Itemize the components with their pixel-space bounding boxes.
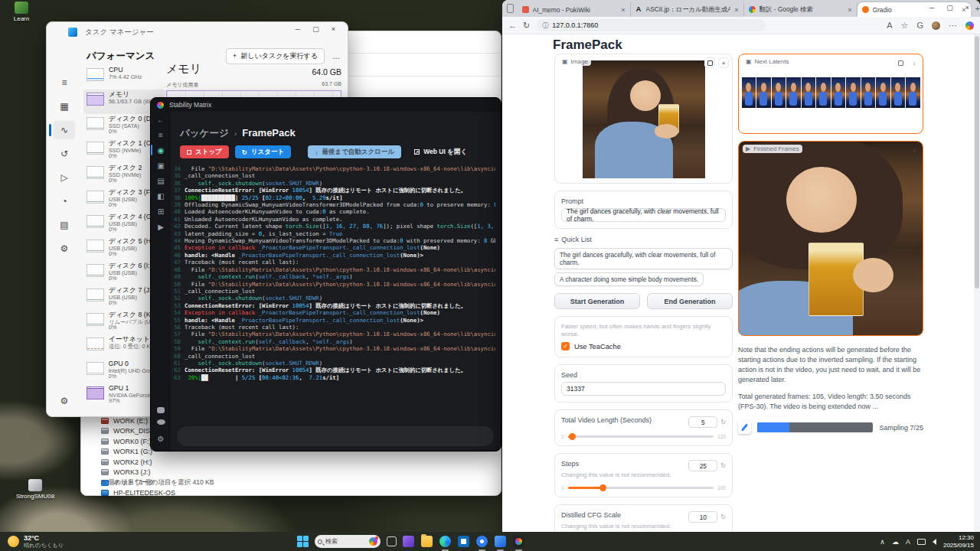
more-menu-icon[interactable]: ⋯ <box>949 21 957 31</box>
stability-nav-icon[interactable]: ≡ <box>151 127 171 142</box>
discord-icon[interactable] <box>157 419 165 425</box>
quick-list-chip[interactable]: The girl dances gracefully, with clear m… <box>554 248 733 269</box>
maximize-icon[interactable]: ▢ <box>946 4 953 11</box>
stability-nav-icon[interactable]: ▤ <box>151 173 171 188</box>
stability-nav-icon[interactable]: ◧ <box>151 188 171 204</box>
taskmgr-titlebar[interactable]: タスク マネージャー ─ ▢ × <box>47 22 348 42</box>
bluewin-taskbar-icon[interactable] <box>495 536 506 547</box>
stop-button[interactable]: ストップ <box>180 145 229 158</box>
teacache-checkbox[interactable]: ✓ <box>561 342 570 350</box>
minimize-icon[interactable]: ─ <box>929 4 934 11</box>
speaker-icon[interactable] <box>933 539 936 545</box>
slider-track[interactable] <box>568 487 714 489</box>
browser-tab[interactable]: AASCII.jp：ローカル動画生成AIの本...× <box>631 2 744 17</box>
tab-close-icon[interactable]: × <box>734 6 738 14</box>
page-scrollbar[interactable] <box>974 34 980 532</box>
new-tab-icon[interactable]: + <box>975 4 980 13</box>
browser-tab[interactable]: AI_memo - PukiWiki× <box>518 2 631 17</box>
tab-close-icon[interactable]: × <box>621 6 625 14</box>
minimize-icon[interactable]: ─ <box>296 25 300 33</box>
read-aloud-icon[interactable]: A <box>887 21 892 30</box>
console-log[interactable]: 34 File "D:\StabilityMatrix\Data\Assets\… <box>174 165 495 425</box>
favorites-star-icon[interactable]: ☆ <box>901 21 909 31</box>
tab-actions-icon[interactable] <box>507 4 514 13</box>
store-taskbar-icon[interactable] <box>458 536 469 547</box>
site-info-icon[interactable]: ⓘ <box>542 21 548 30</box>
task-view-icon[interactable] <box>387 536 397 546</box>
taskbar-search[interactable]: 検索 <box>315 535 381 548</box>
fullscreen-button[interactable] <box>895 57 906 68</box>
explorer-tree-item[interactable]: HP-ELITEDESK-OS <box>101 488 270 499</box>
maximize-icon[interactable]: ▢ <box>312 25 319 33</box>
autoscroll-toggle[interactable]: ↓ 最後まで自動スクロール <box>308 145 401 158</box>
seed-input[interactable]: 31337 <box>561 382 726 396</box>
close-icon[interactable]: × <box>965 4 969 11</box>
purple-taskbar-icon[interactable] <box>403 536 414 547</box>
stability-nav-icon[interactable]: ◉ <box>151 142 171 158</box>
quick-list-chip[interactable]: A character doing some simple body movem… <box>554 272 704 286</box>
download-icon[interactable]: ↓ <box>909 145 920 155</box>
extension-icon[interactable]: G <box>916 21 923 30</box>
taskmgr-nav-icon[interactable]: ▷ <box>54 168 75 187</box>
image-upload-block[interactable]: ▣Image × <box>554 54 733 184</box>
taskmgr-nav-icon[interactable]: ∿ <box>54 121 75 139</box>
settings-gear-icon[interactable]: ⚙ <box>151 431 171 446</box>
address-bar[interactable]: ⓘ 127.0.0.1:7860 <box>536 19 766 31</box>
stability-nav-icon[interactable]: ▣ <box>151 158 171 173</box>
folder-taskbar-icon[interactable] <box>421 536 433 547</box>
restart-button[interactable]: ↻ リスタート <box>235 145 291 158</box>
slider-number-input[interactable]: 25 <box>688 460 717 471</box>
stability-nav-icon[interactable]: ← <box>151 112 171 127</box>
finished-frames-video[interactable] <box>739 142 923 335</box>
ime-icon[interactable]: A <box>906 538 910 546</box>
taskmgr-nav-icon[interactable]: ⚙ <box>54 240 75 258</box>
stability-nav-icon[interactable]: ⊞ <box>151 204 171 219</box>
taskmgr-nav-icon[interactable]: ▦ <box>54 97 75 116</box>
taskmgr-nav-icon[interactable]: ↺ <box>54 145 75 163</box>
profile-avatar[interactable] <box>932 21 940 30</box>
start-generation-button[interactable]: Start Generation <box>554 293 640 309</box>
console-input[interactable] <box>177 426 494 446</box>
stability-nav-icon[interactable]: ▶ <box>151 219 171 234</box>
slider-track[interactable] <box>568 435 714 438</box>
edge-taskbar-icon[interactable] <box>439 536 451 547</box>
desktop-icon-learn[interactable]: Learn <box>0 2 43 22</box>
weather-widget[interactable]: 32°C 晴れのちくもり <box>8 534 64 549</box>
desktop-icon-strongsmu[interactable]: StrongSMU08 <box>14 479 57 500</box>
download-icon[interactable]: ↓ <box>909 57 920 68</box>
end-generation-button[interactable]: End Generation <box>647 293 733 309</box>
display-icon[interactable] <box>917 539 926 545</box>
hidden-icons-chevron[interactable]: ∧ <box>880 538 885 546</box>
scrollbar-thumb[interactable] <box>975 36 979 289</box>
taskbar-clock[interactable]: 12:30 2025/09/15 <box>943 534 974 549</box>
fullscreen-button[interactable] <box>704 57 715 68</box>
copilot-orb-icon[interactable] <box>965 21 974 30</box>
back-icon[interactable]: ← <box>508 21 517 30</box>
more-options-icon[interactable]: … <box>332 52 340 60</box>
input-image-preview[interactable] <box>583 60 705 178</box>
smgear-taskbar-icon[interactable] <box>513 536 524 547</box>
taskmgr-nav-icon[interactable]: ◔ <box>54 192 75 210</box>
tab-close-icon[interactable]: × <box>848 6 851 14</box>
taskmgr-nav-icon[interactable]: ≡ <box>54 73 75 92</box>
stability-titlebar[interactable]: Stability Matrix <box>151 98 501 112</box>
slider-handle[interactable] <box>599 484 606 491</box>
reset-icon[interactable]: ↻ <box>720 514 726 520</box>
slider-number-input[interactable]: 5 <box>688 416 717 428</box>
close-icon[interactable]: × <box>332 25 335 33</box>
start-button[interactable] <box>297 536 309 547</box>
browser-tab[interactable]: 翻訳 - Google 検索× <box>744 2 858 17</box>
chat-icon[interactable] <box>157 407 165 413</box>
taskmgr-settings-icon[interactable]: ⚙ <box>54 392 75 410</box>
slider-handle[interactable] <box>569 433 576 440</box>
taskmgr-nav-icon[interactable]: ▤ <box>54 216 75 234</box>
clear-image-button[interactable]: × <box>718 57 729 68</box>
onedrive-cloud-icon[interactable]: ☁ <box>892 538 899 546</box>
reset-icon[interactable]: ↻ <box>720 462 726 469</box>
breadcrumb-packages[interactable]: パッケージ <box>180 127 229 140</box>
prompt-input[interactable]: The girl dances gracefully, with clear m… <box>561 208 726 222</box>
slider-number-input[interactable]: 10 <box>688 511 717 523</box>
compass-taskbar-icon[interactable] <box>476 536 488 547</box>
open-webui-button[interactable]: ↗ Web UI を開く <box>407 145 474 158</box>
explorer-tree-item[interactable]: WORK2 (H:) <box>101 457 270 468</box>
